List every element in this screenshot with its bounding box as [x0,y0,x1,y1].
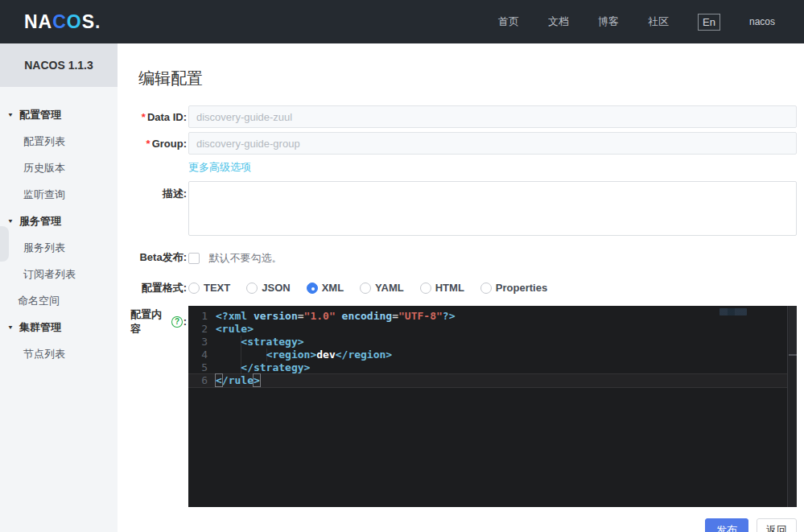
line-number: 3 [188,336,212,348]
sidebar-group-label: 配置管理 [19,108,61,122]
nav-docs[interactable]: 文档 [548,14,569,29]
code-editor[interactable]: 1 <?xml version="1.0" encoding="UTF-8"?>… [188,306,797,507]
sidebar-item-service-list[interactable]: 服务列表 [0,234,118,261]
tag-token: /rule [222,374,254,386]
code-line: 4 <region>dev</region> [188,348,797,361]
logo-s: S [82,11,95,33]
beta-label: Beta发布: [130,250,187,265]
format-row: 配置格式: TEXT JSON XML YAML HTML Properties [130,281,797,295]
radio-label: Properties [496,282,547,294]
sidebar-item-namespace[interactable]: 命名空间 [0,287,118,314]
radio-json[interactable]: JSON [246,282,290,294]
code-line: 3 <strategy> [188,336,797,348]
line-number: 4 [188,348,212,361]
publish-button[interactable]: 发布 [705,518,748,532]
required-asterisk: * [146,138,150,150]
data-id-input[interactable] [188,105,797,128]
nav-home[interactable]: 首页 [498,14,519,29]
user-menu[interactable]: nacos [749,16,775,27]
format-radio-group: TEXT JSON XML YAML HTML Properties [188,282,797,294]
top-navbar: NACOS. 首页 文档 博客 社区 En nacos [0,0,804,43]
logo-o: O [67,11,82,33]
equals-token: = [298,310,304,322]
sidebar-item-config-list[interactable]: 配置列表 [0,128,118,155]
group-row: *Group: [130,132,797,155]
radio-properties[interactable]: Properties [480,282,547,294]
sidebar-group-label: 集群管理 [19,320,61,335]
bracket-match: > [254,374,260,386]
editor-scrollbar[interactable] [787,306,797,507]
radio-html[interactable]: HTML [420,282,464,294]
tag-token: <rule> [216,323,254,335]
text-cursor [260,375,261,386]
advanced-options-link[interactable]: 更多高级选项 [188,160,251,175]
nav-blog[interactable]: 博客 [598,14,619,29]
group-label-text: Group: [152,138,187,150]
string-token: "UTF-8" [398,310,443,322]
equals-token: = [392,310,398,322]
chevron-down-icon: ▼ [7,112,14,118]
radio-yaml[interactable]: YAML [360,282,404,294]
main-content: 编辑配置 *Data ID: *Group: 更多高级选项 描述: Beta发布… [118,43,804,532]
sidebar-group-config-management[interactable]: ▼ 配置管理 [0,101,118,128]
radio-circle-selected [307,282,318,294]
advanced-options-row: 更多高级选项 [130,159,797,175]
line-number: 5 [188,361,212,374]
sidebar: NACOS 1.1.3 ▼ 配置管理 配置列表 历史版本 监听查询 ▼ 服务管理… [0,43,118,532]
data-id-label: *Data ID: [130,105,187,123]
sidebar-item-subscriber-list[interactable]: 订阅者列表 [0,261,118,287]
description-row: 描述: [130,181,797,239]
radio-circle [480,282,492,294]
code-line-active: 6 </rule> [188,373,797,388]
radio-label: JSON [262,282,290,294]
code-text: </rule> [212,374,261,387]
data-id-label-text: Data ID: [147,111,187,123]
description-textarea[interactable] [188,181,797,236]
format-label: 配置格式: [130,281,187,295]
string-token: "1.0" [304,310,336,322]
sidebar-group-service-management[interactable]: ▼ 服务管理 [0,208,118,234]
radio-label: HTML [435,282,464,294]
nacos-logo[interactable]: NACOS. [24,11,101,33]
radio-xml[interactable]: XML [307,282,344,294]
code-text: </strategy> [212,361,310,374]
sidebar-item-listening-query[interactable]: 监听查询 [0,181,118,208]
tag-token: <region> [266,348,317,361]
xml-token: <?xml [216,310,247,322]
back-button[interactable]: 返回 [757,518,797,532]
help-icon[interactable]: ? [171,316,182,328]
code-text: <?xml version="1.0" encoding="UTF-8"?> [212,310,455,323]
beta-row: Beta发布: 默认不要勾选。 [130,250,797,266]
code-text: <rule> [212,323,254,336]
language-toggle[interactable]: En [698,14,720,31]
space [247,310,254,322]
radio-label: TEXT [204,282,230,294]
action-buttons-row: 发布 返回 [130,518,797,532]
sidebar-menu: ▼ 配置管理 配置列表 历史版本 监听查询 ▼ 服务管理 服务列表 订阅者列表 … [0,87,118,367]
required-asterisk: * [142,111,146,123]
sidebar-group-cluster-management[interactable]: ▼ 集群管理 [0,314,118,340]
radio-label: XML [322,282,344,294]
radio-text[interactable]: TEXT [188,282,230,294]
beta-hint-text: 默认不要勾选。 [208,252,282,264]
radio-circle [360,282,371,294]
group-input[interactable] [188,132,797,155]
space [336,310,342,322]
logo-dot: . [95,11,101,33]
page-title: 编辑配置 [138,68,797,89]
editor-scrollbar-thumb[interactable] [789,306,797,356]
tag-token: </strategy> [216,361,310,373]
nav-community[interactable]: 社区 [648,14,669,29]
sidebar-group-label: 服务管理 [19,214,61,229]
logo-c: C [52,11,67,33]
sidebar-collapse-handle[interactable] [0,226,9,262]
chevron-down-icon: ▼ [7,218,14,225]
indent [216,348,266,361]
data-id-row: *Data ID: [130,105,797,128]
content-row: 配置内容 ? : 1 <?xml version="1.0" encoding=… [130,306,797,507]
sidebar-item-history-versions[interactable]: 历史版本 [0,155,118,181]
text-token: dev [316,348,335,361]
line-number: 2 [188,323,212,336]
beta-checkbox[interactable] [188,253,200,264]
sidebar-item-node-list[interactable]: 节点列表 [0,340,118,367]
